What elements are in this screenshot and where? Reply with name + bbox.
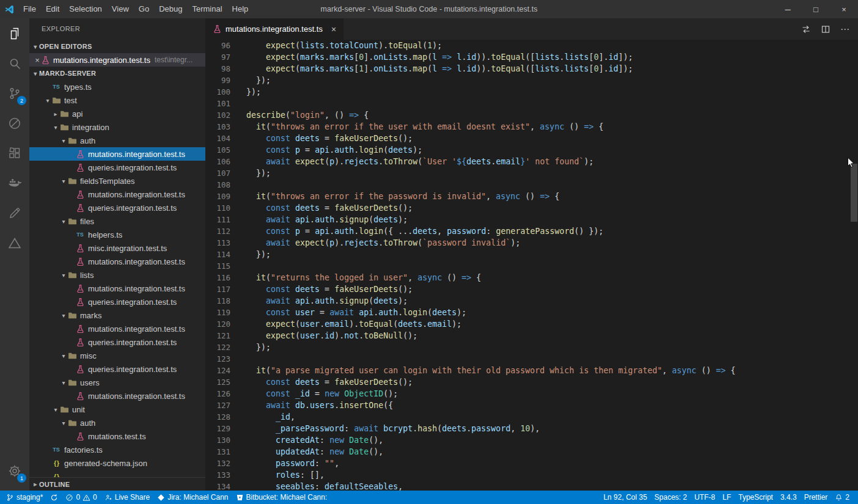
- activity-pencil[interactable]: [0, 198, 29, 228]
- status-live-share[interactable]: Live Share: [101, 491, 153, 504]
- tree-file[interactable]: mutations.test.ts: [29, 429, 205, 443]
- activity-source-control[interactable]: 2: [0, 78, 29, 108]
- tree-file[interactable]: { }: [29, 470, 205, 477]
- tree-file[interactable]: TShelpers.ts: [29, 228, 205, 241]
- code-line[interactable]: 120 expect(user.email).toEqual(deets.ema…: [205, 318, 858, 330]
- tree-file[interactable]: queries.integration.test.ts: [29, 362, 205, 376]
- code-line[interactable]: 99 });: [205, 75, 858, 86]
- tree-file[interactable]: queries.integration.test.ts: [29, 295, 205, 309]
- tree-folder[interactable]: ▾users: [29, 376, 205, 389]
- menu-go[interactable]: Go: [134, 0, 154, 18]
- code-line[interactable]: 134 seeables: defaultSeeables,: [205, 481, 858, 491]
- tree-folder[interactable]: ▾auth: [29, 134, 205, 147]
- activity-debug[interactable]: [0, 108, 29, 138]
- outline-header[interactable]: ▸ OUTLINE: [29, 477, 205, 491]
- code-line[interactable]: 106 await expect(p).rejects.toThrow(`Use…: [205, 156, 858, 167]
- tree-file[interactable]: mutations.integration.test.ts: [29, 147, 205, 161]
- tree-folder[interactable]: ▾lists: [29, 268, 205, 282]
- code-line[interactable]: 98 expect(marks.marks[1].onLists.map(l =…: [205, 63, 858, 75]
- tree-folder[interactable]: ▾test: [29, 93, 205, 107]
- open-changes-icon[interactable]: [801, 24, 811, 34]
- tree-folder[interactable]: ▾unit: [29, 403, 205, 416]
- code-line[interactable]: 108: [205, 179, 858, 191]
- tree-file[interactable]: mutations.integration.test.ts: [29, 322, 205, 335]
- code-line[interactable]: 128 _id,: [205, 411, 858, 423]
- tree-file[interactable]: TSfactories.ts: [29, 443, 205, 456]
- menu-terminal[interactable]: Terminal: [187, 0, 227, 18]
- code-line[interactable]: 104 const deets = fakeUserDeets();: [205, 133, 858, 144]
- code-line[interactable]: 126 const _id = new ObjectID();: [205, 388, 858, 400]
- code-line[interactable]: 124 it("a parse migrated user can login …: [205, 365, 858, 376]
- tree-file[interactable]: TStypes.ts: [29, 80, 205, 93]
- code-line[interactable]: 110 const deets = fakeUserDeets();: [205, 202, 858, 214]
- code-line[interactable]: 121 expect(user.id).not.toBeNull();: [205, 330, 858, 341]
- minimize-button[interactable]: ─: [774, 0, 802, 18]
- code-line[interactable]: 103 it("throws an error if the user with…: [205, 121, 858, 133]
- menu-edit[interactable]: Edit: [41, 0, 64, 18]
- activity-extensions[interactable]: [0, 138, 29, 168]
- activity-explorer[interactable]: [0, 18, 29, 48]
- code-line[interactable]: 131 updatedAt: new Date(),: [205, 446, 858, 458]
- code-line[interactable]: 100});: [205, 86, 858, 98]
- tree-file[interactable]: { }generated-schema.json: [29, 456, 205, 470]
- code-line[interactable]: 101: [205, 98, 858, 109]
- menu-view[interactable]: View: [107, 0, 134, 18]
- menu-help[interactable]: Help: [227, 0, 254, 18]
- code-line[interactable]: 96 expect(lists.totalCount).toEqual(1);: [205, 40, 858, 51]
- code-line[interactable]: 129 _parsePassword: await bcrypt.hash(de…: [205, 423, 858, 434]
- activity-settings[interactable]: 1: [0, 456, 29, 486]
- code-line[interactable]: 133 roles: [],: [205, 469, 858, 481]
- split-editor-icon[interactable]: [821, 24, 831, 34]
- code-line[interactable]: 105 const p = api.auth.login(deets);: [205, 144, 858, 156]
- code-line[interactable]: 111 await api.auth.signup(deets);: [205, 214, 858, 225]
- tree-folder[interactable]: ▾auth: [29, 416, 205, 429]
- status-indentation[interactable]: Spaces: 2: [651, 491, 691, 504]
- menu-debug[interactable]: Debug: [154, 0, 187, 18]
- tree-folder[interactable]: ▾integration: [29, 120, 205, 134]
- status-problems[interactable]: 00: [62, 491, 100, 504]
- tree-folder[interactable]: ▸api: [29, 107, 205, 120]
- status-formatter[interactable]: Prettier: [801, 491, 832, 504]
- editor-scrollbar[interactable]: [851, 164, 857, 222]
- tree-folder[interactable]: ▾misc: [29, 349, 205, 362]
- root-folder-header[interactable]: ▾ MARKD-SERVER: [29, 67, 205, 80]
- status-bitbucket[interactable]: Bitbucket: Michael Cann:: [232, 491, 331, 504]
- status-encoding[interactable]: UTF-8: [691, 491, 719, 504]
- close-button[interactable]: ×: [830, 0, 858, 18]
- code-line[interactable]: 117 const deets = fakeUserDeets();: [205, 283, 858, 295]
- status-language[interactable]: TypeScript: [735, 491, 777, 504]
- status-branch[interactable]: staging*: [2, 491, 46, 504]
- tree-file[interactable]: misc.integration.test.ts: [29, 241, 205, 255]
- code-line[interactable]: 102describe("login", () => {: [205, 109, 858, 121]
- code-line[interactable]: 125 const deets = fakeUserDeets();: [205, 376, 858, 388]
- close-icon[interactable]: ×: [29, 56, 40, 65]
- tree-folder[interactable]: ▾files: [29, 214, 205, 228]
- tree-file[interactable]: mutations.integration.test.ts: [29, 188, 205, 201]
- tree-folder[interactable]: ▾marks: [29, 309, 205, 322]
- activity-search[interactable]: [0, 48, 29, 78]
- tree-file[interactable]: queries.integration.test.ts: [29, 201, 205, 214]
- code-line[interactable]: 107 });: [205, 167, 858, 179]
- code-line[interactable]: 127 await db.users.insertOne({: [205, 400, 858, 411]
- code-line[interactable]: 118 await api.auth.signup(deets);: [205, 295, 858, 307]
- code-line[interactable]: 116 it("returns the logged in user", asy…: [205, 272, 858, 283]
- status-eol[interactable]: LF: [719, 491, 735, 504]
- open-editor-item[interactable]: ×mutations.integration.test.tstest\integ…: [29, 53, 205, 67]
- activity-triangle[interactable]: [0, 228, 29, 258]
- tree-folder[interactable]: ▾fieldsTemplates: [29, 174, 205, 188]
- code-line[interactable]: 132 password: "",: [205, 458, 858, 469]
- status-sync[interactable]: [46, 491, 62, 504]
- code-line[interactable]: 113 await expect(p).rejects.toThrow(`pas…: [205, 237, 858, 249]
- close-icon[interactable]: ×: [331, 24, 336, 34]
- status-notifications[interactable]: 2: [831, 491, 853, 504]
- code-line[interactable]: 130 createdAt: new Date(),: [205, 434, 858, 446]
- tree-file[interactable]: mutations.integration.test.ts: [29, 255, 205, 268]
- activity-docker[interactable]: [0, 168, 29, 198]
- code-line[interactable]: 97 expect(marks.marks[0].onLists.map(l =…: [205, 51, 858, 63]
- code-line[interactable]: 119 const user = await api.auth.login(de…: [205, 307, 858, 318]
- code-line[interactable]: 123: [205, 353, 858, 365]
- maximize-button[interactable]: □: [802, 0, 830, 18]
- tree-file[interactable]: queries.integration.test.ts: [29, 335, 205, 349]
- more-actions-icon[interactable]: ⋯: [840, 24, 849, 35]
- code-line[interactable]: 112 const p = api.auth.login({ ...deets,…: [205, 225, 858, 237]
